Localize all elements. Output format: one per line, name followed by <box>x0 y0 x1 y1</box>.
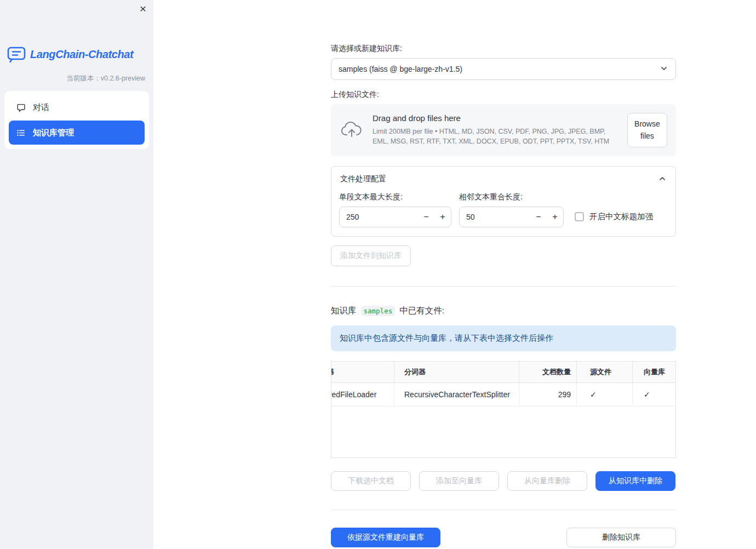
sidebar-close-icon[interactable]: × <box>140 3 146 14</box>
overlap-group: 相邻文本重合长度: − + <box>459 192 564 227</box>
kb-select-value: samples (faiss @ bge-large-zh-v1.5) <box>339 65 462 73</box>
info-alert: 知识库中包含源文件与向量库，请从下表中选择文件后操作 <box>331 325 676 351</box>
sidebar-item-knowledge-base[interactable]: 知识库管理 <box>9 121 145 145</box>
chevron-down-icon <box>660 64 668 75</box>
add-files-to-kb-button[interactable]: 添加文件到知识库 <box>331 245 411 266</box>
overlap-decrement-button[interactable]: − <box>530 207 547 227</box>
file-action-buttons: 下载选中文档 添加至向量库 从向量库删除 从知识库中删除 <box>331 471 676 491</box>
zh-title-enhance-label: 开启中文标题加强 <box>589 211 653 222</box>
browse-files-button[interactable]: Browse files <box>627 113 667 147</box>
max-length-increment-button[interactable]: + <box>434 207 451 227</box>
cell-splitter: RecursiveCharacterTextSplitter <box>394 383 519 406</box>
overlap-stepper: − + <box>459 207 564 227</box>
chat-bubble-icon <box>16 103 26 112</box>
sidebar-item-label: 知识库管理 <box>33 128 74 138</box>
dropzone-text: Drag and drop files here Limit 200MB per… <box>373 113 618 147</box>
existing-files-suffix: 中已有文件: <box>399 305 444 317</box>
kb-action-buttons: 依据源文件重建向量库 删除知识库 <box>331 528 676 547</box>
divider <box>331 510 676 510</box>
delete-from-vector-store-button[interactable]: 从向量库删除 <box>507 471 587 491</box>
kb-select[interactable]: samples (faiss @ bge-large-zh-v1.5) <box>331 58 676 80</box>
max-length-decrement-button[interactable]: − <box>418 207 434 227</box>
file-config-expander: 文件处理配置 单段文本最大长度: − + <box>331 166 676 237</box>
overlap-increment-button[interactable]: + <box>547 207 563 227</box>
column-header-vector-store[interactable]: 向量库 <box>633 362 677 382</box>
cloud-upload-icon <box>340 121 364 140</box>
dropzone-hint: Limit 200MB per file • HTML, MD, JSON, C… <box>373 127 618 147</box>
table-empty-area <box>331 407 675 458</box>
upload-label: 上传知识文件: <box>331 90 676 100</box>
config-controls: 单段文本最大长度: − + 相邻文本重合长度: − + <box>339 192 668 227</box>
list-icon <box>16 128 26 138</box>
max-length-input[interactable] <box>340 213 418 221</box>
max-length-stepper: − + <box>339 207 451 227</box>
kb-name-code: samples <box>361 306 396 316</box>
table-header-row: 文档加载器 分词器 文档数量 源文件 向量库 <box>331 362 675 383</box>
column-header-doc-count[interactable]: 文档数量 <box>519 362 577 382</box>
cell-source-check: ✓ <box>577 383 633 406</box>
app-window: × LangChain-Chatchat 当前版本：v0.2.6-preview <box>0 0 756 549</box>
overlap-label: 相邻文本重合长度: <box>459 192 564 202</box>
cell-vector-check: ✓ <box>633 383 677 406</box>
zh-title-enhance-checkbox[interactable] <box>575 212 584 221</box>
column-header-loader[interactable]: 文档加载器 <box>331 362 394 382</box>
kb-select-label: 请选择或新建知识库: <box>331 44 676 54</box>
max-length-group: 单段文本最大长度: − + <box>339 192 451 227</box>
existing-files-prefix: 知识库 <box>331 305 357 317</box>
expander-header[interactable]: 文件处理配置 <box>339 173 668 186</box>
expander-title: 文件处理配置 <box>340 174 386 184</box>
app-title: LangChain-Chatchat <box>30 48 133 61</box>
main-area: 请选择或新建知识库: samples (faiss @ bge-large-zh… <box>153 0 756 549</box>
add-to-vector-store-button[interactable]: 添加至向量库 <box>419 471 499 491</box>
content-column: 请选择或新建知识库: samples (faiss @ bge-large-zh… <box>331 0 676 547</box>
table-row[interactable]: UnstructuredFileLoader RecursiveCharacte… <box>331 383 675 407</box>
download-selected-button[interactable]: 下载选中文档 <box>331 471 411 491</box>
chevron-up-icon <box>658 174 667 185</box>
logo-chat-icon <box>7 46 26 63</box>
column-header-splitter[interactable]: 分词器 <box>394 362 519 382</box>
app-logo: LangChain-Chatchat <box>7 46 146 63</box>
sidebar-item-dialogue[interactable]: 对话 <box>9 95 145 119</box>
divider <box>331 286 676 287</box>
delete-from-kb-button[interactable]: 从知识库中删除 <box>595 471 675 491</box>
overlap-input[interactable] <box>460 213 530 221</box>
existing-files-heading: 知识库 samples 中已有文件: <box>331 305 676 317</box>
version-label: 当前版本：v0.2.6-preview <box>8 74 145 83</box>
max-length-label: 单段文本最大长度: <box>339 192 451 202</box>
cell-doc-count: 299 <box>519 383 577 406</box>
upload-section: 上传知识文件: Drag and drop files here Limit 2… <box>331 90 676 156</box>
sidebar: × LangChain-Chatchat 当前版本：v0.2.6-preview <box>0 0 153 549</box>
rebuild-vector-store-button[interactable]: 依据源文件重建向量库 <box>331 528 440 547</box>
cell-loader: UnstructuredFileLoader <box>331 383 394 406</box>
zh-title-enhance-row: 开启中文标题加强 <box>575 211 653 222</box>
files-table: 文档加载器 分词器 文档数量 源文件 向量库 UnstructuredFileL… <box>331 361 676 458</box>
column-header-source-file[interactable]: 源文件 <box>577 362 633 382</box>
sidebar-item-label: 对话 <box>33 102 49 113</box>
delete-kb-button[interactable]: 删除知识库 <box>566 528 676 547</box>
sidebar-menu: 对话 知识库管理 <box>4 91 149 149</box>
dropzone-title: Drag and drop files here <box>373 113 618 123</box>
file-dropzone[interactable]: Drag and drop files here Limit 200MB per… <box>331 104 676 156</box>
